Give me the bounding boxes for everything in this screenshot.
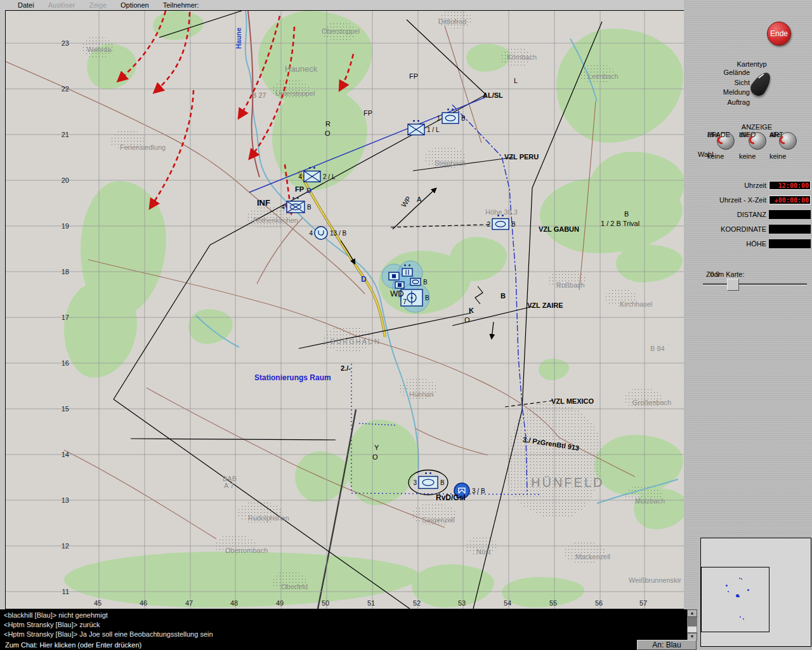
- minimap-unit-dot: [743, 618, 744, 620]
- place-label: Hünhan: [409, 391, 434, 398]
- knob-option-keine[interactable]: keine: [739, 152, 756, 160]
- place-label: A 7: [224, 482, 234, 489]
- tactical-label: K: [469, 307, 474, 314]
- grid-row-label: 19: [56, 223, 69, 230]
- chat-message: <blackhill [Blau]> nicht genehmigt: [4, 611, 687, 620]
- chat-message: <Hptm Stransky [Blau]> zurück: [4, 620, 687, 630]
- minimap-unit-dot: [726, 585, 728, 587]
- place-label: Unterstoppel: [275, 90, 315, 97]
- place-label: Oberstoppel: [322, 28, 360, 35]
- minimap-unit-dot: [728, 591, 729, 592]
- readout-value: [769, 225, 811, 234]
- knob-option-alle[interactable]: alle: [769, 131, 780, 138]
- kartentyp-option-sicht[interactable]: Sicht: [697, 79, 750, 89]
- readouts: Uhrzeit12:00:00Uhrzeit - X-Zeit+00:00:00…: [684, 0, 812, 76]
- place-label: Rothenkirchen: [253, 217, 298, 224]
- knob-option-keine[interactable]: keine: [769, 152, 786, 160]
- place-label: Körnbach: [507, 54, 537, 61]
- menu-item-auslöser: Auslöser: [48, 1, 75, 9]
- chat-recipient-selector[interactable]: An: Blau: [637, 640, 697, 650]
- chat-scroll-up-icon[interactable]: ▲: [687, 609, 697, 617]
- anzeige-title: ANZEIGE: [725, 123, 789, 131]
- tactical-label: INF: [257, 199, 270, 206]
- grid-col-label: 55: [549, 600, 557, 607]
- tactical-label: FP: [295, 186, 304, 193]
- readout-label: KOORDINATE: [684, 225, 766, 233]
- knob-option-alle[interactable]: alle: [707, 131, 718, 138]
- grid-row-label: 21: [56, 131, 69, 138]
- place-label: B 84: [650, 345, 665, 352]
- grid-col-label: 51: [367, 600, 375, 607]
- place-label: Großenbach: [632, 399, 671, 406]
- menu-item-datei[interactable]: Datei: [18, 1, 34, 9]
- place-label: Oberrombach: [225, 547, 268, 554]
- tactical-label: AL/SL: [483, 92, 503, 99]
- grid-row-label: 22: [56, 86, 69, 93]
- minimap-unit-dot: [738, 595, 740, 597]
- grid-row-label: 11: [56, 588, 69, 595]
- minimap-viewport[interactable]: [701, 567, 769, 632]
- tactical-label: R: [325, 121, 331, 128]
- grid-col-label: 47: [185, 600, 193, 607]
- readout-value: +00:00:00: [769, 196, 811, 204]
- grid-col-label: 53: [458, 600, 466, 607]
- place-label: Steinbach: [435, 160, 466, 167]
- place-label: Kirchhasel: [620, 301, 652, 308]
- tactical-label: WD: [390, 290, 404, 297]
- place-label: Feriensiedlung: [120, 144, 166, 151]
- grid-row-label: 17: [56, 314, 69, 321]
- readout-value: [769, 239, 811, 248]
- chat-message: <Hptm Stransky [Blau]> Ja Joe soll eine …: [4, 630, 687, 639]
- tactical-label: VZL GABUN: [539, 226, 579, 233]
- minimap[interactable]: [700, 538, 811, 647]
- grid-row-label: 20: [56, 177, 69, 184]
- zoom-slider-thumb[interactable]: [727, 279, 739, 291]
- map-label-layer: WehrdaOberstoppelDittlofrodKörnbachLeimb…: [6, 11, 684, 609]
- grid-row-label: 15: [56, 406, 69, 413]
- grid-col-label: 52: [413, 600, 421, 607]
- tactical-label: 3./ PzGrenBtl 913: [522, 436, 579, 452]
- tactical-label: Y: [374, 444, 379, 451]
- menu-item-optionen[interactable]: Optionen: [121, 1, 149, 9]
- readout-label: DISTANZ: [684, 211, 766, 218]
- grid-col-label: 57: [639, 600, 647, 607]
- tactical-label: VZL ZAIRE: [527, 302, 563, 309]
- knob-option-keine[interactable]: keine: [707, 152, 724, 160]
- grid-row-label: 16: [56, 360, 69, 367]
- zoom-slider-track[interactable]: [703, 283, 807, 285]
- place-label: Haune: [235, 27, 242, 49]
- place-label: Höhe 36.3: [485, 209, 518, 216]
- readout-label: Uhrzeit - X-Zeit: [684, 196, 766, 204]
- menu-item-teilnehmer[interactable]: Teilnehmer:: [163, 1, 199, 9]
- chat-scrollbar[interactable]: ▲ ▼: [687, 609, 697, 640]
- place-label: Nüst: [476, 548, 491, 555]
- tactical-label: VZL MEXICO: [551, 398, 594, 405]
- tactical-label: RvD/GsI: [436, 494, 466, 501]
- readout-label: Uhrzeit: [684, 182, 766, 189]
- map-canvas[interactable]: 1 / L1B42 / L4B413 / BBB2B3B3 / B Wehrda…: [5, 10, 685, 609]
- kartentyp-option-meldung[interactable]: Meldung: [697, 88, 750, 98]
- tactical-label: O: [372, 454, 378, 461]
- sidebar: Ende Kartentyp GeländeSichtMeldungAuftra…: [684, 0, 812, 650]
- chat-scroll-thumb[interactable]: [688, 627, 697, 632]
- tactical-label: Stationierungs Raum: [254, 375, 331, 381]
- place-label: Molzbach: [635, 498, 665, 505]
- tactical-label: WP: [400, 195, 412, 208]
- grid-col-label: 48: [230, 600, 238, 607]
- place-label: Dittlofrod: [438, 18, 466, 25]
- place-label: Rudolphshan: [248, 515, 289, 522]
- minimap-unit-dot: [740, 616, 741, 618]
- chat-log[interactable]: <blackhill [Blau]> nicht genehmigt<Hptm …: [0, 609, 687, 640]
- place-label: Mackenzell: [575, 554, 610, 560]
- tactical-label: B: [624, 211, 629, 218]
- minimap-unit-dot: [739, 578, 740, 579]
- place-label: Hauneck: [285, 65, 317, 72]
- tactical-label: D: [306, 187, 311, 194]
- tactical-label: O: [325, 130, 331, 137]
- knob-option-alle[interactable]: alle: [739, 131, 750, 138]
- chat-prompt[interactable]: Zum Chat: Hier klicken (oder Enter drück…: [0, 640, 637, 650]
- zoom-value: 0.9: [710, 270, 719, 278]
- kartentyp-option-auftrag[interactable]: Auftrag: [697, 98, 750, 109]
- tactical-label: FP: [409, 73, 418, 80]
- grid-row-label: 12: [56, 543, 69, 550]
